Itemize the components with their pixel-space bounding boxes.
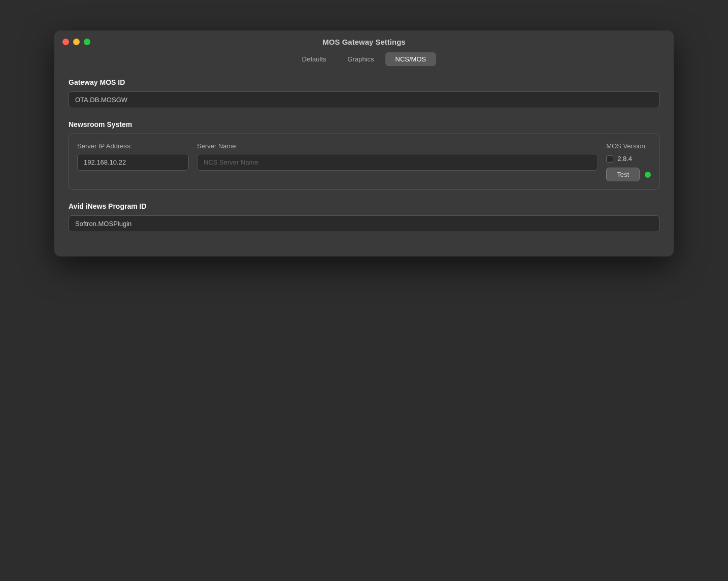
connection-status-dot	[645, 172, 651, 178]
gateway-mos-id-section: Gateway MOS ID	[69, 78, 659, 108]
newsroom-grid: Server IP Address: Server Name: MOS Vers…	[77, 142, 651, 181]
mos-version-value: 2.8.4	[617, 155, 632, 163]
newsroom-system-title: Newsroom System	[69, 120, 659, 128]
newsroom-system-box: Server IP Address: Server Name: MOS Vers…	[69, 134, 659, 190]
server-ip-label: Server IP Address:	[77, 142, 189, 150]
server-ip-group: Server IP Address:	[77, 142, 189, 171]
maximize-button[interactable]	[84, 39, 90, 45]
window-title: MOS Gateway Settings	[322, 38, 405, 46]
tab-bar: Defaults Graphics NCS/MOS	[292, 52, 436, 66]
server-ip-input[interactable]	[77, 154, 189, 171]
server-name-label: Server Name:	[197, 142, 598, 150]
gateway-mos-id-title: Gateway MOS ID	[69, 78, 659, 86]
close-button[interactable]	[62, 39, 69, 45]
tab-graphics[interactable]: Graphics	[338, 52, 384, 66]
tab-ncs-mos[interactable]: NCS/MOS	[385, 52, 437, 66]
minimize-button[interactable]	[73, 39, 80, 45]
traffic-lights	[62, 39, 90, 45]
server-name-group: Server Name:	[197, 142, 598, 171]
avid-inews-section: Avid iNews Program ID	[69, 202, 659, 232]
test-button[interactable]: Test	[606, 168, 640, 181]
gateway-mos-id-input[interactable]	[69, 91, 659, 108]
mos-version-checkbox-row: 2.8.4	[606, 155, 651, 163]
server-name-input[interactable]	[197, 154, 598, 171]
mos-version-group: MOS Version: 2.8.4 Test	[606, 142, 651, 181]
avid-inews-input[interactable]	[69, 215, 659, 232]
test-row: Test	[606, 168, 651, 181]
avid-inews-title: Avid iNews Program ID	[69, 202, 659, 210]
main-content: Gateway MOS ID Newsroom System Server IP…	[54, 66, 674, 256]
title-bar: MOS Gateway Settings Defaults Graphics N…	[54, 30, 674, 66]
main-window: MOS Gateway Settings Defaults Graphics N…	[54, 30, 674, 256]
tab-defaults[interactable]: Defaults	[292, 52, 337, 66]
newsroom-system-section: Newsroom System Server IP Address: Serve…	[69, 120, 659, 190]
mos-version-checkbox[interactable]	[606, 155, 613, 163]
mos-version-label: MOS Version:	[606, 142, 651, 150]
